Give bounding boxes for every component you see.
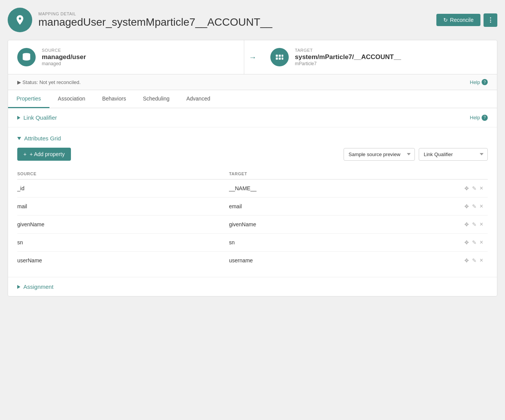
delete-icon[interactable]: × <box>480 203 483 210</box>
link-qualifier-dropdown[interactable]: Link Qualifier <box>419 148 488 161</box>
source-cell: _id <box>17 180 229 198</box>
edit-icon[interactable]: ✎ <box>472 203 477 209</box>
target-cell: email <box>229 198 441 216</box>
target-cell: givenName <box>229 216 441 234</box>
row-actions: ✥ ✎ × <box>441 257 483 264</box>
source-icon <box>17 48 36 66</box>
table-row: _id __NAME__ ✥ ✎ × <box>17 180 488 198</box>
header-text: MAPPING DETAIL managedUser_systemMpartic… <box>38 12 272 28</box>
attributes-grid-triangle <box>17 137 21 140</box>
target-column-header: TARGET <box>229 168 441 180</box>
tab-properties[interactable]: Properties <box>8 90 49 108</box>
attributes-grid-header[interactable]: Attributes Grid <box>17 135 488 142</box>
tab-advanced[interactable]: Advanced <box>178 90 219 108</box>
link-qualifier-help[interactable]: Help ? <box>470 115 488 121</box>
drag-icon[interactable]: ✥ <box>464 185 469 191</box>
delete-icon[interactable]: × <box>480 239 483 246</box>
link-qualifier-label: Link Qualifier <box>23 114 57 121</box>
target-cell: sn <box>229 234 441 252</box>
add-icon: + <box>23 151 26 157</box>
delete-icon[interactable]: × <box>480 185 483 192</box>
header-left: MAPPING DETAIL managedUser_systemMpartic… <box>8 8 272 32</box>
link-qualifier-section[interactable]: Link Qualifier Help ? <box>8 108 497 127</box>
reconcile-button[interactable]: ↻ Reconcile <box>436 14 480 26</box>
main-card: SOURCE managed/user managed → <box>8 40 497 296</box>
status-text: ▶ Status: Not yet reconciled. <box>17 79 81 85</box>
edit-icon[interactable]: ✎ <box>472 239 477 245</box>
link-qualifier-triangle <box>17 116 20 120</box>
add-property-button[interactable]: + + Add property <box>17 148 71 161</box>
table-row: givenName givenName ✥ ✎ × <box>17 216 488 234</box>
row-actions: ✥ ✎ × <box>441 203 483 210</box>
source-cell: givenName <box>17 216 229 234</box>
target-info: TARGET system/mParticle7/__ACCOUNT__ mPa… <box>295 48 401 66</box>
drag-icon[interactable]: ✥ <box>464 221 469 227</box>
target-icon <box>270 48 289 66</box>
svg-rect-5 <box>279 58 281 59</box>
assignment-header[interactable]: Assignment <box>17 283 488 290</box>
page-wrapper: MAPPING DETAIL managedUser_systemMpartic… <box>0 0 505 420</box>
attributes-grid-section: Attributes Grid + + Add property Sample … <box>8 127 497 277</box>
assignment-triangle <box>17 285 20 289</box>
target-cell: __NAME__ <box>229 180 441 198</box>
source-info: SOURCE managed/user managed <box>42 48 86 66</box>
row-actions: ✥ ✎ × <box>441 185 483 192</box>
edit-icon[interactable]: ✎ <box>472 257 477 264</box>
svg-rect-6 <box>281 58 283 59</box>
link-qualifier-help-icon: ? <box>482 115 488 121</box>
tabs-bar: Properties Association Behaviors Schedul… <box>8 90 497 108</box>
assignment-label: Assignment <box>23 283 53 290</box>
row-actions-cell: ✥ ✎ × <box>441 234 488 252</box>
delete-icon[interactable]: × <box>480 257 483 264</box>
content-area: Link Qualifier Help ? Attributes Grid + <box>8 108 497 296</box>
tab-association[interactable]: Association <box>49 90 94 108</box>
source-cell: mail <box>17 198 229 216</box>
mapping-title: managedUser_systemMparticle7__ACCOUNT__ <box>38 16 272 28</box>
edit-icon[interactable]: ✎ <box>472 221 477 227</box>
header-icon <box>8 8 32 32</box>
kebab-menu-button[interactable]: ⋮ <box>484 13 497 27</box>
row-actions-cell: ✥ ✎ × <box>441 216 488 234</box>
source-preview-dropdown[interactable]: Sample source preview <box>344 148 415 161</box>
target-cell: username <box>229 252 441 270</box>
toolbar-right: Sample source preview Link Qualifier <box>344 148 488 161</box>
reconcile-icon: ↻ <box>443 17 448 23</box>
mapping-arrow: → <box>244 40 261 74</box>
svg-rect-3 <box>281 55 283 57</box>
page-header: MAPPING DETAIL managedUser_systemMpartic… <box>8 8 497 32</box>
status-help-link[interactable]: Help ? <box>470 79 488 85</box>
attributes-grid-label: Attributes Grid <box>24 135 61 142</box>
row-actions: ✥ ✎ × <box>441 239 483 246</box>
row-actions-cell: ✥ ✎ × <box>441 252 488 270</box>
source-target-bar: SOURCE managed/user managed → <box>8 40 497 74</box>
attributes-table: SOURCE TARGET _id __NAME__ ✥ ✎ × mail <box>17 168 488 269</box>
tab-behaviors[interactable]: Behaviors <box>94 90 134 108</box>
attributes-toolbar: + + Add property Sample source preview L… <box>17 148 488 161</box>
status-bar: ▶ Status: Not yet reconciled. Help ? <box>8 74 497 90</box>
table-row: sn sn ✥ ✎ × <box>17 234 488 252</box>
mapping-detail-label: MAPPING DETAIL <box>38 12 272 16</box>
tab-scheduling[interactable]: Scheduling <box>135 90 178 108</box>
svg-rect-2 <box>279 55 281 57</box>
edit-icon[interactable]: ✎ <box>472 185 477 191</box>
drag-icon[interactable]: ✥ <box>464 239 469 245</box>
assignment-section[interactable]: Assignment <box>8 277 497 296</box>
header-actions: ↻ Reconcile ⋮ <box>436 13 497 27</box>
link-qualifier-header-left: Link Qualifier <box>17 114 57 121</box>
svg-rect-4 <box>276 58 278 59</box>
drag-icon[interactable]: ✥ <box>464 257 469 264</box>
row-actions-cell: ✥ ✎ × <box>441 198 488 216</box>
table-row: mail email ✥ ✎ × <box>17 198 488 216</box>
delete-icon[interactable]: × <box>480 221 483 228</box>
table-row: userName username ✥ ✎ × <box>17 252 488 270</box>
help-icon: ? <box>482 79 488 85</box>
source-section: SOURCE managed/user managed <box>8 40 244 74</box>
source-cell: sn <box>17 234 229 252</box>
drag-icon[interactable]: ✥ <box>464 203 469 209</box>
svg-rect-1 <box>276 55 278 57</box>
target-section: TARGET system/mParticle7/__ACCOUNT__ mPa… <box>261 40 497 74</box>
row-actions: ✥ ✎ × <box>441 221 483 228</box>
row-actions-cell: ✥ ✎ × <box>441 180 488 198</box>
source-column-header: SOURCE <box>17 168 229 180</box>
source-cell: userName <box>17 252 229 270</box>
